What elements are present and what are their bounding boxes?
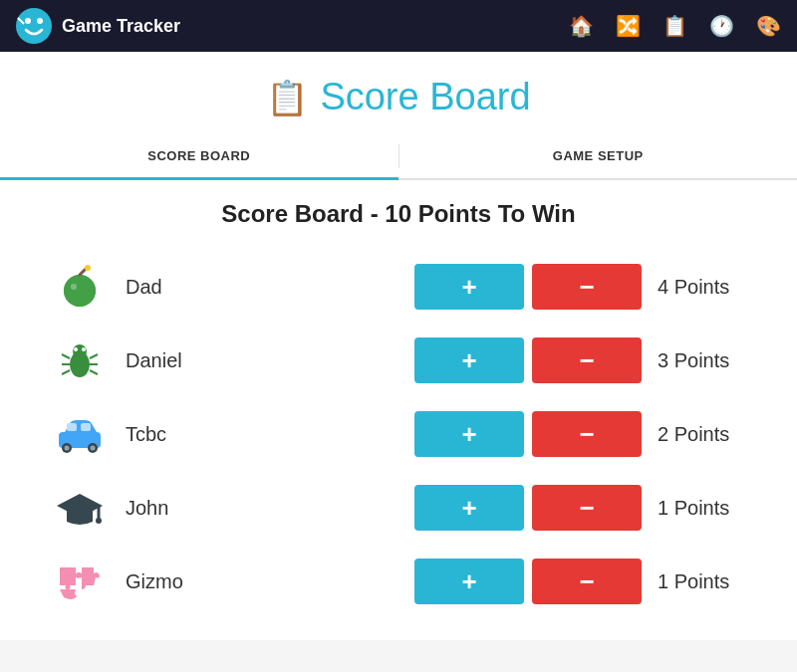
minus-button-daniel[interactable]: − (532, 337, 642, 383)
tabs: SCORE BOARD GAME SETUP (0, 134, 797, 180)
scoreboard-icon: 📋 (266, 78, 308, 117)
plus-button-dad[interactable]: + (414, 264, 524, 310)
player-score-tcbc: 2 Points (658, 423, 747, 446)
plus-button-john[interactable]: + (414, 485, 524, 531)
svg-line-6 (80, 269, 86, 275)
home-icon[interactable]: 🏠 (569, 14, 594, 38)
app-logo-icon (16, 8, 52, 44)
player-avatar-dad (50, 265, 110, 309)
minus-button-dad[interactable]: − (532, 264, 642, 310)
app-title: Game Tracker (62, 16, 180, 37)
player-row: John + − 1 Points (40, 473, 757, 543)
player-avatar-daniel (50, 338, 110, 382)
minus-button-tcbc[interactable]: − (532, 411, 642, 457)
player-row: Gizmo + − 1 Points (40, 547, 757, 616)
scoreboard-heading: Score Board - 10 Points To Win (40, 200, 757, 228)
graduation-cap-icon (55, 486, 105, 530)
svg-point-28 (96, 518, 102, 524)
player-name-tcbc: Tcbc (110, 423, 414, 446)
svg-point-23 (65, 446, 70, 451)
svg-point-7 (85, 265, 91, 271)
chart-icon[interactable]: 🎨 (756, 14, 781, 38)
puzzle-icon (56, 560, 104, 603)
svg-point-10 (73, 344, 87, 358)
player-score-dad: 4 Points (658, 276, 747, 299)
svg-point-5 (64, 275, 96, 307)
tab-game-setup[interactable]: GAME SETUP (399, 134, 798, 180)
minus-button-john[interactable]: − (532, 485, 642, 531)
plus-button-gizmo[interactable]: + (414, 559, 524, 604)
player-avatar-gizmo (50, 560, 110, 603)
svg-point-0 (16, 8, 52, 44)
plus-button-tcbc[interactable]: + (414, 411, 524, 457)
player-avatar-tcbc (50, 412, 110, 456)
svg-point-8 (71, 284, 77, 290)
bug-icon (58, 338, 102, 382)
player-name-gizmo: Gizmo (110, 570, 414, 593)
tab-score-board[interactable]: SCORE BOARD (0, 134, 398, 180)
svg-rect-20 (67, 423, 77, 431)
navbar-brand: Game Tracker (16, 8, 569, 44)
player-row: Tcbc + − 2 Points (40, 399, 757, 469)
svg-line-13 (62, 354, 70, 358)
player-name-daniel: Daniel (110, 349, 414, 372)
bomb-icon (58, 265, 102, 309)
svg-point-1 (25, 18, 31, 24)
player-name-john: John (110, 497, 414, 520)
svg-point-2 (37, 18, 43, 24)
plus-button-daniel[interactable]: + (414, 337, 524, 383)
page-header: 📋 Score Board (0, 52, 797, 134)
navbar: Game Tracker 🏠 🔀 📋 🕐 🎨 (0, 0, 797, 52)
shuffle-icon[interactable]: 🔀 (616, 14, 641, 38)
navbar-icons: 🏠 🔀 📋 🕐 🎨 (569, 14, 781, 38)
player-avatar-john (50, 486, 110, 530)
player-score-gizmo: 1 Points (658, 570, 747, 593)
car-icon (55, 412, 105, 456)
scoreboard: Score Board - 10 Points To Win Dad + − 4… (0, 180, 797, 640)
svg-point-12 (82, 347, 86, 351)
svg-marker-26 (57, 494, 103, 518)
player-row: Dad + − 4 Points (40, 252, 757, 322)
svg-line-18 (90, 370, 98, 374)
svg-point-11 (74, 347, 78, 351)
player-row: Daniel + − 3 Points (40, 326, 757, 395)
player-score-john: 1 Points (658, 497, 747, 520)
copy-icon[interactable]: 📋 (663, 14, 687, 38)
svg-point-25 (91, 446, 96, 451)
svg-line-15 (62, 370, 70, 374)
player-score-daniel: 3 Points (658, 349, 747, 372)
clock-icon[interactable]: 🕐 (709, 14, 734, 38)
svg-line-16 (90, 354, 98, 358)
player-name-dad: Dad (110, 276, 414, 299)
page-title: 📋 Score Board (0, 76, 797, 118)
svg-rect-21 (81, 423, 91, 431)
minus-button-gizmo[interactable]: − (532, 559, 642, 604)
